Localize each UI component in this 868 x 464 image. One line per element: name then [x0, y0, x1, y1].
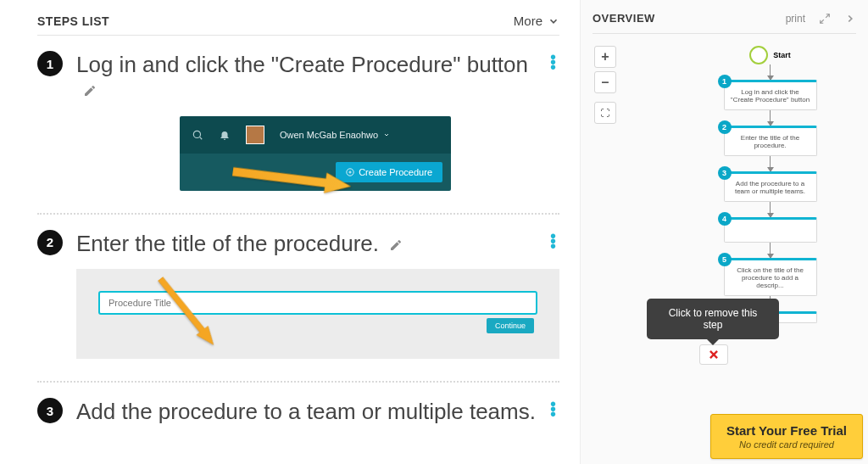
flow-node[interactable]: 4 — [724, 217, 817, 243]
embed-topbar: Owen McGab Enaohwo — [180, 116, 451, 154]
svg-line-1 — [200, 137, 203, 139]
user-name: Owen McGab Enaohwo — [280, 130, 378, 140]
edit-icon[interactable] — [389, 238, 403, 255]
flow-node[interactable]: 1 Log in and click the "Create Procedure… — [724, 80, 817, 110]
flow-node-text: Enter the title of the procedure. — [741, 134, 799, 149]
remove-step-tooltip: Click to remove this step — [647, 299, 779, 339]
create-procedure-label: Create Procedure — [359, 167, 432, 177]
step-item: 2 Enter the title of the procedure. Cont… — [37, 215, 559, 383]
step-menu-button[interactable]: ••• — [550, 233, 556, 249]
start-label: Start — [773, 51, 791, 59]
flow-start-node: Start — [749, 46, 791, 64]
step-title[interactable]: Add the procedure to a team or multiple … — [76, 399, 536, 424]
chevron-down-icon — [383, 131, 390, 138]
step1-embedded-screenshot: Owen McGab Enaohwo Create Procedure — [180, 116, 451, 191]
flow-node-number: 1 — [718, 75, 732, 88]
more-dropdown[interactable]: More — [514, 14, 559, 28]
cta-subtitle: No credit card required — [726, 439, 847, 450]
flow-node-text: Click on the title of the procedure to a… — [737, 266, 804, 289]
flow-node[interactable]: 5 Click on the title of the procedure to… — [724, 258, 817, 296]
steps-header-title: STEPS LIST — [37, 14, 109, 28]
expand-icon[interactable] — [819, 13, 831, 25]
svg-line-8 — [821, 20, 824, 23]
flow-node-number: 5 — [718, 253, 732, 266]
flow-node-number: 3 — [718, 166, 732, 180]
svg-point-0 — [193, 131, 200, 137]
overview-panel: OVERVIEW print + – Start 1 Log in and cl… — [580, 0, 868, 464]
flow-connector — [770, 202, 771, 217]
step-menu-button[interactable]: ••• — [550, 401, 556, 416]
user-menu: Owen McGab Enaohwo — [280, 130, 390, 140]
flow-connector — [770, 110, 771, 126]
bell-icon — [219, 129, 231, 141]
zoom-in-button[interactable]: + — [594, 46, 616, 68]
flow-connector — [770, 64, 771, 80]
steps-header: STEPS LIST More — [37, 10, 559, 36]
flowchart[interactable]: Start 1 Log in and click the "Create Pro… — [684, 46, 856, 323]
flow-node-text: Log in and click the "Create Procedure" … — [731, 88, 810, 103]
chevron-down-icon — [548, 15, 559, 27]
print-link[interactable]: print — [786, 13, 805, 25]
continue-button: Continue — [487, 318, 534, 333]
step-number-badge: 2 — [37, 230, 63, 255]
avatar — [246, 126, 264, 144]
fullscreen-button[interactable] — [594, 102, 616, 124]
svg-line-7 — [826, 14, 829, 17]
create-procedure-button: Create Procedure — [336, 162, 442, 182]
search-icon — [192, 129, 203, 141]
flow-node[interactable]: 2 Enter the title of the procedure. — [724, 126, 817, 156]
close-icon — [708, 349, 720, 361]
overview-header: OVERVIEW print — [593, 8, 856, 34]
chevron-right-icon[interactable] — [844, 13, 856, 25]
zoom-out-button[interactable]: – — [594, 71, 616, 93]
step-number-badge: 1 — [37, 51, 63, 76]
step2-embedded-screenshot: Continue — [76, 269, 559, 359]
edit-icon[interactable] — [83, 84, 97, 101]
overview-title: OVERVIEW — [593, 12, 655, 25]
flow-node-number: 2 — [718, 120, 732, 134]
step-title[interactable]: Log in and click the "Create Procedure" … — [76, 52, 528, 77]
flow-node[interactable]: 3 Add the procedure to a team or multipl… — [724, 171, 817, 202]
step-item: 1 Log in and click the "Create Procedure… — [37, 36, 559, 215]
flow-connector — [770, 243, 771, 258]
step-menu-button[interactable]: ••• — [550, 54, 556, 70]
cta-title: Start Your Free Trial — [726, 423, 847, 438]
free-trial-cta[interactable]: Start Your Free Trial No credit card req… — [710, 414, 863, 459]
flow-connector — [770, 156, 771, 171]
start-circle-icon — [749, 46, 768, 64]
step-item: 3 Add the procedure to a team or multipl… — [37, 383, 559, 460]
step-number-badge: 3 — [37, 398, 63, 423]
more-label: More — [514, 14, 542, 28]
flow-node-number: 4 — [718, 212, 732, 226]
zoom-controls: + – — [594, 46, 616, 124]
flow-node-text: Add the procedure to a team or multiple … — [735, 180, 805, 195]
steps-panel: STEPS LIST More 1 Log in and click the "… — [0, 0, 580, 464]
step-title[interactable]: Enter the title of the procedure. — [76, 231, 379, 256]
delete-step-button[interactable] — [699, 344, 728, 365]
maximize-icon — [600, 108, 610, 118]
